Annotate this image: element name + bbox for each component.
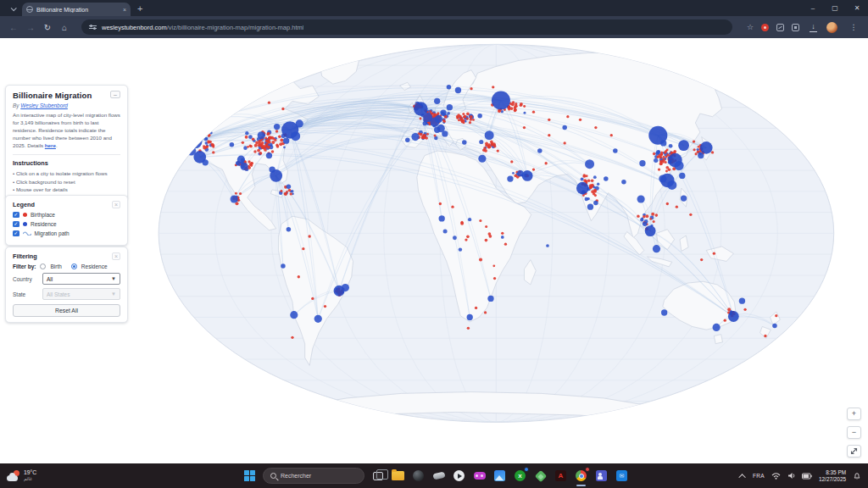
instruction-item: Mouse over for details <box>13 186 120 194</box>
downloads-icon[interactable]: ↓ <box>809 23 818 32</box>
country-select[interactable]: All▼ <box>42 273 120 285</box>
home-button[interactable]: ⌂ <box>58 23 71 32</box>
description: An interactive map of city-level migrati… <box>13 112 120 150</box>
photos-icon <box>494 470 505 481</box>
chrome-icon <box>576 470 587 481</box>
folder-icon <box>392 471 404 480</box>
taskbar-app-game[interactable] <box>472 469 487 483</box>
tray-time: 8:35 PM <box>819 469 846 476</box>
hidden-icons-chevron[interactable] <box>738 474 745 480</box>
wifi-icon[interactable] <box>771 472 781 480</box>
browser-toolbar: ← → ↻ ⌂ wesleystubenbord.com/viz/billion… <box>0 16 868 38</box>
state-select[interactable]: All States▼ <box>42 288 120 300</box>
weather-widget[interactable]: 19°C غائم <box>7 469 36 481</box>
chevron-down-icon: ▼ <box>111 291 116 297</box>
browser-menu-icon[interactable]: ⋮ <box>846 23 861 31</box>
taskbar-app-acrobat[interactable]: A <box>554 469 568 483</box>
instruction-item: Click on a city to isolate migration flo… <box>13 169 120 178</box>
extension-gray-icon[interactable] <box>776 24 784 31</box>
weather-temperature: 19°C <box>24 469 36 476</box>
page-url: wesleystubenbord.com/viz/billionaire-mig… <box>102 24 303 31</box>
map-zoom-controls: + − <box>847 408 861 458</box>
notification-bell-icon[interactable] <box>853 472 861 480</box>
taskbar-app-task-view[interactable] <box>370 469 385 483</box>
battery-icon[interactable] <box>802 473 812 480</box>
forward-button[interactable]: → <box>24 23 37 32</box>
country-label: Country <box>13 276 38 282</box>
clock[interactable]: 8:35 PM 12/27/2025 <box>819 469 846 483</box>
map-zoom-in-button[interactable]: + <box>847 408 861 420</box>
instruction-item: Click background to reset <box>13 178 120 186</box>
active-tab[interactable]: Billionaire Migration × <box>22 3 131 16</box>
legend-row-migration-path: ✓ Migration path <box>13 230 120 237</box>
start-button[interactable] <box>242 469 257 483</box>
address-bar[interactable]: wesleystubenbord.com/viz/billionaire-mig… <box>81 19 732 35</box>
back-button[interactable]: ← <box>7 23 20 32</box>
migration-path-checkbox[interactable]: ✓ <box>13 230 19 237</box>
taskbar-app-photos[interactable] <box>492 469 507 483</box>
taskbar-app-media-player[interactable] <box>452 469 466 483</box>
language-indicator[interactable]: FRA <box>753 473 765 479</box>
taskbar-app-file-explorer[interactable] <box>391 469 405 483</box>
extension-red-icon[interactable] <box>761 24 769 31</box>
taskbar-app-dark-sphere[interactable] <box>411 469 426 483</box>
tray-date: 12/27/2025 <box>819 476 846 483</box>
map-zoom-out-button[interactable]: − <box>847 426 861 439</box>
filtering-close-button[interactable]: × <box>112 252 120 260</box>
details-link[interactable]: here <box>45 142 56 148</box>
filtering-card: Filtering × Filter by: Birth Residence C… <box>5 247 128 323</box>
notification-badge <box>524 467 529 472</box>
window-maximize-button[interactable]: ▢ <box>824 0 846 16</box>
birthplace-checkbox[interactable]: ✓ <box>13 212 19 219</box>
residence-checkbox[interactable]: ✓ <box>13 221 19 228</box>
world-map[interactable] <box>0 38 868 463</box>
tab-search-button[interactable] <box>5 2 20 15</box>
volume-icon[interactable] <box>787 472 795 480</box>
author-link[interactable]: Wesley Stubenbord <box>20 103 68 108</box>
chevron-down-icon <box>10 5 16 11</box>
window-minimize-button[interactable]: – <box>802 0 824 16</box>
residence-radio[interactable] <box>71 263 77 269</box>
task-view-icon <box>373 472 383 480</box>
bookmark-star-icon[interactable]: ☆ <box>743 23 758 31</box>
taskbar-app-diamond[interactable] <box>533 469 548 483</box>
profile-avatar[interactable] <box>826 22 837 33</box>
map-reset-view-button[interactable] <box>847 445 861 458</box>
site-favicon-icon <box>26 6 33 13</box>
birth-radio[interactable] <box>40 263 46 269</box>
extensions-icon[interactable] <box>792 24 799 31</box>
sphere-icon <box>413 470 424 481</box>
reset-all-button[interactable]: Reset All <box>13 304 120 317</box>
weather-description: غائم <box>24 476 36 481</box>
collapse-panel-button[interactable]: – <box>110 91 120 98</box>
taskbar: 19°C غائم Rechercher x A ✉ <box>0 463 868 488</box>
taskbar-app-mail[interactable]: ✉ <box>615 469 629 483</box>
teams-icon <box>596 470 607 481</box>
desktop: Billionaire Migration × + – ▢ ✕ ← → ↻ ⌂ … <box>0 0 868 488</box>
mail-icon: ✉ <box>616 470 627 481</box>
legend-title: Legend <box>13 201 35 208</box>
tab-close-icon[interactable]: × <box>123 7 126 13</box>
chevron-down-icon: ▼ <box>111 276 116 281</box>
taskbar-app-chrome[interactable] <box>574 469 588 483</box>
reload-button[interactable]: ↻ <box>41 23 54 32</box>
state-label: State <box>13 291 38 297</box>
legend-close-button[interactable]: × <box>112 201 120 208</box>
taskbar-app-teams[interactable] <box>594 469 609 483</box>
tab-title: Billionaire Migration <box>36 7 120 13</box>
taskbar-app-xbox[interactable]: x <box>513 469 527 483</box>
panel-title: Billionaire Migration <box>13 91 92 100</box>
legend-row-residence: ✓ Residence <box>13 221 120 228</box>
new-tab-button[interactable]: + <box>137 4 142 14</box>
active-app-indicator <box>576 485 586 486</box>
search-icon <box>270 473 276 479</box>
taskbar-search[interactable]: Rechercher <box>263 468 364 484</box>
taskbar-app-capsule[interactable] <box>431 469 446 483</box>
windows-logo-icon <box>244 470 256 482</box>
window-controls: – ▢ ✕ <box>802 0 868 16</box>
browser-tab-strip: Billionaire Migration × + – ▢ ✕ <box>0 0 868 16</box>
window-close-button[interactable]: ✕ <box>846 0 868 16</box>
site-controls-icon[interactable] <box>89 24 97 30</box>
weather-icon <box>7 470 20 481</box>
capsule-icon <box>432 472 445 480</box>
